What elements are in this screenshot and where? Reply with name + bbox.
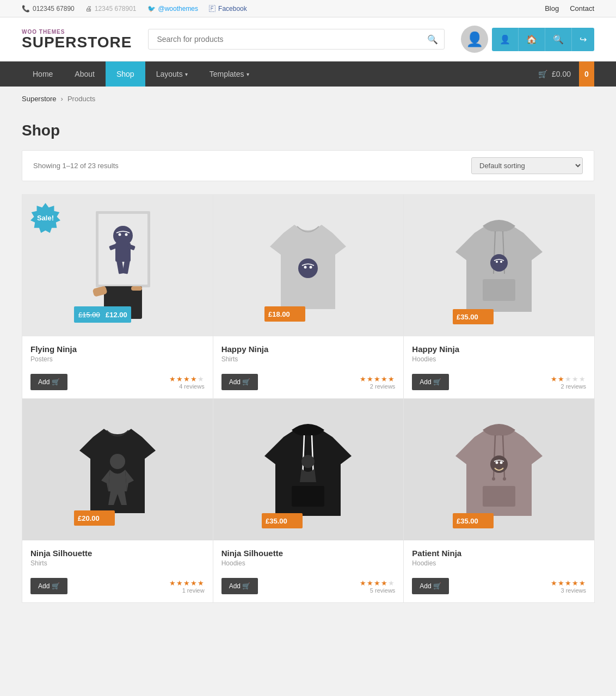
product-cat-3: Hoodies [412, 355, 586, 363]
home-icon-btn[interactable]: 🏠 [519, 28, 545, 51]
svg-point-46 [496, 461, 498, 464]
stars-2: ★★★★★ [360, 375, 395, 383]
svg-rect-44 [483, 486, 515, 507]
svg-point-16 [298, 258, 318, 278]
nav-shop[interactable]: Shop [106, 61, 145, 87]
forward-icon-btn[interactable]: ↪ [572, 28, 594, 51]
sale-badge-1: Sale! [30, 203, 60, 233]
svg-point-47 [500, 461, 503, 464]
showing-text: Showing 1–12 of 23 results [33, 162, 119, 170]
product-name-5: Ninja Silhouette [221, 549, 396, 558]
product-name-6: Patient Ninja [412, 549, 586, 558]
reviews-4: ★★★★★ 1 review [169, 579, 205, 594]
nav-home[interactable]: Home [22, 61, 64, 87]
svg-rect-12 [131, 286, 142, 291]
product-cat-4: Shirts [30, 559, 205, 567]
svg-rect-23 [483, 279, 515, 301]
layouts-dropdown-arrow: ▾ [185, 71, 188, 77]
user-icon-btn[interactable]: 👤 [492, 28, 519, 51]
facebook-item[interactable]: 🇫 Facebook [209, 5, 247, 13]
product-card-1: Sale! [22, 194, 213, 399]
svg-text:£12.00: £12.00 [106, 311, 127, 319]
breadcrumb-separator: › [61, 95, 63, 103]
breadcrumb-home[interactable]: Superstore [22, 95, 57, 103]
nav-layouts[interactable]: Layouts ▾ [145, 61, 199, 87]
product-info-2: Happy Ninja Shirts [213, 336, 404, 368]
review-count-3: 2 reviews [551, 383, 586, 390]
blog-link[interactable]: Blog [545, 4, 559, 13]
search-bar: 🔍 [148, 29, 445, 50]
cart-icon: 🛒 [538, 70, 547, 78]
product-svg-4: £20.00 [71, 410, 164, 529]
product-image-5[interactable]: £35.00 [213, 399, 404, 540]
product-footer-1: Add 🛒 ★★★★★ 4 reviews [22, 368, 213, 398]
nav-about[interactable]: About [64, 61, 106, 87]
header-actions: 👤 🏠 🔍 ↪ [492, 28, 594, 51]
add-button-5[interactable]: Add 🛒 [221, 578, 258, 594]
svg-point-37 [301, 455, 315, 468]
svg-text:£35.00: £35.00 [266, 517, 287, 525]
fax-number: 12345 678901 [95, 5, 137, 13]
nav-cart-count[interactable]: 0 [579, 61, 594, 87]
header: WOO THEMES SUPERSTORE 🔍 👤 👤 🏠 🔍 ↪ [0, 17, 616, 61]
product-image-6[interactable]: £35.00 [404, 399, 594, 540]
shop-toolbar: Showing 1–12 of 23 results Default sorti… [22, 150, 594, 181]
top-bar-left: 📞 012345 67890 🖨 12345 678901 🐦 @woothem… [22, 5, 247, 13]
svg-text:£20.00: £20.00 [78, 514, 100, 522]
stars-3: ★★★★★ [551, 375, 586, 383]
product-image-3[interactable]: £35.00 [404, 195, 594, 336]
svg-point-43 [503, 477, 506, 481]
product-image-2[interactable]: £18.00 [213, 195, 404, 336]
twitter-handle: @woothemes [158, 5, 199, 13]
svg-point-24 [490, 254, 508, 272]
product-image-4[interactable]: £20.00 [22, 399, 213, 540]
svg-text:£35.00: £35.00 [457, 313, 478, 321]
review-count-6: 3 reviews [551, 587, 586, 594]
add-button-3[interactable]: Add 🛒 [412, 374, 449, 390]
product-grid: Sale! [22, 195, 594, 603]
svg-point-8 [118, 233, 121, 236]
svg-point-18 [310, 266, 312, 269]
reviews-5: ★★★★★ 5 reviews [360, 579, 395, 594]
nav-cart[interactable]: 🛒 £0.00 [530, 61, 579, 87]
product-card-5: £35.00 Ninja Silhouette Hoodies Add 🛒 ★★… [213, 398, 404, 603]
top-bar-right: Blog Contact [545, 4, 594, 13]
product-info-1: Flying Ninja Posters [22, 336, 213, 368]
svg-point-17 [304, 266, 307, 269]
product-svg-2: £18.00 [262, 206, 354, 325]
top-bar: 📞 012345 67890 🖨 12345 678901 🐦 @woothem… [0, 0, 616, 17]
add-button-2[interactable]: Add 🛒 [221, 374, 258, 390]
breadcrumb-current: Products [67, 95, 95, 103]
header-user-section: 👤 👤 🏠 🔍 ↪ [461, 26, 594, 53]
product-footer-3: Add 🛒 ★★★★★ 2 reviews [404, 368, 594, 398]
fax-item: 🖨 12345 678901 [85, 5, 137, 13]
facebook-icon: 🇫 [209, 5, 215, 13]
add-button-4[interactable]: Add 🛒 [30, 578, 67, 594]
contact-link[interactable]: Contact [570, 4, 594, 13]
product-card-3: £35.00 Happy Ninja Hoodies Add 🛒 ★★★★★ 2… [403, 194, 595, 399]
reviews-1: ★★★★★ 4 reviews [169, 375, 205, 390]
product-info-5: Ninja Silhouette Hoodies [213, 540, 404, 572]
add-button-1[interactable]: Add 🛒 [30, 374, 67, 390]
product-svg-3: £35.00 [450, 203, 548, 328]
nav-templates[interactable]: Templates ▾ [199, 61, 260, 87]
logo[interactable]: WOO THEMES SUPERSTORE [22, 29, 132, 50]
product-card-4: £20.00 Ninja Silhouette Shirts Add 🛒 ★★★… [22, 398, 213, 603]
svg-point-2 [113, 226, 133, 245]
sort-select[interactable]: Default sorting Sort by popularity Sort … [471, 157, 583, 174]
product-footer-6: Add 🛒 ★★★★★ 3 reviews [404, 572, 594, 602]
product-footer-5: Add 🛒 ★★★★★ 5 reviews [213, 572, 404, 602]
search-icon-btn[interactable]: 🔍 [545, 28, 572, 51]
twitter-item[interactable]: 🐦 @woothemes [147, 5, 199, 13]
product-cat-2: Shirts [221, 355, 396, 363]
product-name-4: Ninja Silhouette [30, 549, 205, 558]
product-card-2: £18.00 Happy Ninja Shirts Add 🛒 ★★★★★ 2 … [213, 194, 404, 399]
breadcrumb: Superstore › Products [0, 87, 616, 111]
add-button-6[interactable]: Add 🛒 [412, 578, 449, 594]
product-image-1[interactable]: Sale! [22, 195, 213, 336]
svg-point-29 [110, 454, 125, 469]
nav-layouts-label: Layouts [156, 70, 183, 78]
phone-icon: 📞 [22, 5, 30, 13]
product-name-2: Happy Ninja [221, 344, 396, 354]
search-input[interactable] [148, 29, 445, 50]
